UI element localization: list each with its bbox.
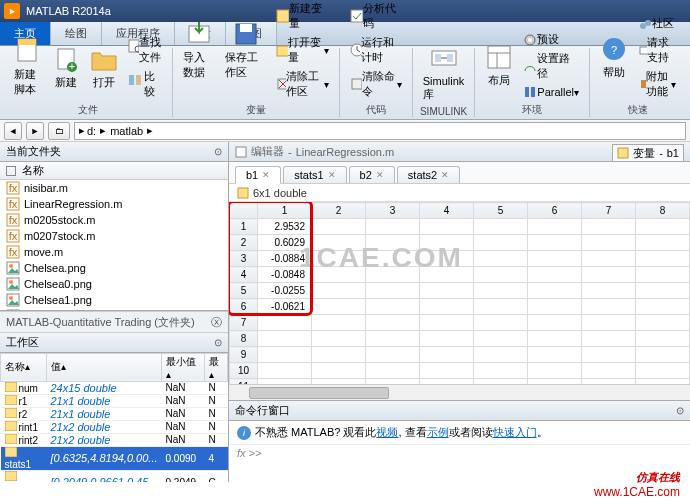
workspace-col[interactable]: 名称▴ bbox=[1, 353, 47, 381]
grid-row-header[interactable]: 8 bbox=[230, 331, 258, 347]
file-list[interactable]: fxnisibar.mfxLinearRegression.mfxm0205st… bbox=[0, 180, 228, 311]
workspace-col[interactable]: 最小值▴ bbox=[162, 353, 205, 381]
workspace-row[interactable]: stats1[0.6325,4.8194,0.00...0.00904 bbox=[1, 446, 228, 470]
grid-row-header[interactable]: 1 bbox=[230, 219, 258, 235]
workspace-row[interactable]: rint121x2 doubleNaNN bbox=[1, 420, 228, 433]
horizontal-scrollbar[interactable] bbox=[229, 384, 690, 400]
workspace-row[interactable]: r221x1 doubleNaNN bbox=[1, 407, 228, 420]
file-item[interactable]: Chelsea0.png bbox=[0, 276, 228, 292]
clear-workspace-button[interactable]: 清除工作区▾ bbox=[272, 67, 333, 101]
file-item[interactable]: fxm0207stock.m bbox=[0, 228, 228, 244]
path-field[interactable]: ▸ d: ▸ matlab ▸ bbox=[74, 122, 686, 140]
svg-rect-7 bbox=[129, 75, 134, 85]
variable-grid[interactable]: 1CAE.COM 1234567812.953220.60293-0.08844… bbox=[229, 202, 690, 400]
grid-row[interactable]: 7 bbox=[230, 315, 690, 331]
panel-menu-icon[interactable]: ⊙ bbox=[676, 405, 684, 416]
window-title: MATLAB R2014a bbox=[26, 5, 111, 17]
new-script-button[interactable]: 新建脚本 bbox=[10, 35, 46, 99]
svg-point-23 bbox=[528, 38, 532, 42]
workspace-table[interactable]: 名称▴值▴最小值▴最▴num24x15 doubleNaNNr121x1 dou… bbox=[0, 353, 228, 483]
panel-menu-icon[interactable]: ⊙ bbox=[214, 337, 222, 348]
close-icon[interactable]: ✕ bbox=[328, 170, 336, 180]
parallel-button[interactable]: Parallel▾ bbox=[519, 83, 583, 101]
workspace-row[interactable]: num24x15 doubleNaNN bbox=[1, 381, 228, 394]
grid-row[interactable]: 10 bbox=[230, 363, 690, 379]
forward-button[interactable]: ► bbox=[26, 122, 44, 140]
current-folder-header: 当前文件夹⊙ bbox=[0, 142, 228, 162]
grid-row[interactable]: 9 bbox=[230, 347, 690, 363]
variable-tab[interactable]: stats2✕ bbox=[397, 166, 460, 183]
grid-row[interactable]: 5-0.0255 bbox=[230, 283, 690, 299]
import-data-button[interactable]: 导入数据 bbox=[179, 18, 220, 82]
close-icon[interactable]: ✕ bbox=[262, 170, 270, 180]
addons-button[interactable]: 附加功能▾ bbox=[634, 67, 680, 101]
grid-col-header[interactable]: 5 bbox=[474, 203, 528, 219]
grid-row[interactable]: 12.9532 bbox=[230, 219, 690, 235]
variable-panel-header: 变量 - b1 bbox=[612, 144, 684, 162]
grid-row-header[interactable]: 3 bbox=[230, 251, 258, 267]
preferences-button[interactable]: 预设 bbox=[519, 30, 583, 49]
variable-type-label: 6x1 double bbox=[229, 184, 690, 202]
up-button[interactable]: 🗀 bbox=[48, 122, 70, 140]
new-variable-button[interactable]: 新建变量 bbox=[272, 0, 333, 33]
hint-link-getstarted[interactable]: 快速入门 bbox=[493, 426, 537, 438]
command-prompt[interactable]: fx >> bbox=[229, 444, 690, 461]
grid-row-header[interactable]: 5 bbox=[230, 283, 258, 299]
grid-row[interactable]: 3-0.0884 bbox=[230, 251, 690, 267]
grid-row-header[interactable]: 9 bbox=[230, 347, 258, 363]
file-item[interactable]: fxnisibar.m bbox=[0, 180, 228, 196]
variable-tab[interactable]: stats1✕ bbox=[283, 166, 346, 183]
grid-col-header[interactable]: 1 bbox=[258, 203, 312, 219]
grid-row-header[interactable]: 4 bbox=[230, 267, 258, 283]
new-button[interactable]: +新建 bbox=[48, 43, 84, 92]
hint-link-examples[interactable]: 示例 bbox=[427, 426, 449, 438]
svg-rect-12 bbox=[277, 10, 289, 22]
workspace-row[interactable]: r121x1 doubleNaNN bbox=[1, 394, 228, 407]
file-list-header[interactable]: 名称 bbox=[0, 162, 228, 180]
open-button[interactable]: 打开 bbox=[86, 43, 122, 92]
grid-row[interactable]: 4-0.0848 bbox=[230, 267, 690, 283]
grid-col-header[interactable]: 7 bbox=[582, 203, 636, 219]
close-icon[interactable]: ✕ bbox=[441, 170, 449, 180]
grid-row-header[interactable]: 10 bbox=[230, 363, 258, 379]
workspace-row[interactable]: rint221x2 doubleNaNN bbox=[1, 433, 228, 446]
workspace-col[interactable]: 值▴ bbox=[46, 353, 161, 381]
open-variable-button[interactable]: 打开变量▾ bbox=[272, 33, 333, 67]
find-files-button[interactable]: 查找文件 bbox=[124, 33, 166, 67]
save-workspace-button[interactable]: 保存工作区 bbox=[221, 18, 270, 82]
layout-button[interactable]: 布局 bbox=[481, 41, 517, 90]
compare-button[interactable]: 比较 bbox=[124, 67, 166, 101]
close-icon[interactable]: ✕ bbox=[376, 170, 384, 180]
back-button[interactable]: ◄ bbox=[4, 122, 22, 140]
grid-col-header[interactable]: 3 bbox=[366, 203, 420, 219]
grid-col-header[interactable]: 4 bbox=[420, 203, 474, 219]
hint-link-video[interactable]: 视频 bbox=[376, 426, 398, 438]
file-item[interactable]: fxmove.m bbox=[0, 244, 228, 260]
file-item[interactable]: fxm0205stock.m bbox=[0, 212, 228, 228]
help-button[interactable]: ?帮助 bbox=[596, 33, 632, 82]
run-time-button[interactable]: 运行和计时 bbox=[346, 33, 405, 67]
set-path-button[interactable]: 设置路径 bbox=[519, 49, 583, 83]
grid-col-header[interactable]: 6 bbox=[528, 203, 582, 219]
file-item[interactable]: Chelsea.png bbox=[0, 260, 228, 276]
grid-row-header[interactable]: 7 bbox=[230, 315, 258, 331]
file-item[interactable]: fxLinearRegression.m bbox=[0, 196, 228, 212]
variable-tab[interactable]: b1✕ bbox=[235, 166, 281, 184]
community-button[interactable]: 社区 bbox=[634, 14, 680, 33]
grid-row[interactable]: 6-0.0621 bbox=[230, 299, 690, 315]
grid-row-header[interactable]: 2 bbox=[230, 235, 258, 251]
variable-tab[interactable]: b2✕ bbox=[349, 166, 395, 183]
file-item[interactable]: Chelsea1.png bbox=[0, 292, 228, 308]
workspace-col[interactable]: 最▴ bbox=[204, 353, 227, 381]
grid-row[interactable]: 20.6029 bbox=[230, 235, 690, 251]
grid-col-header[interactable]: 2 bbox=[312, 203, 366, 219]
panel-menu-icon[interactable]: ⊙ bbox=[214, 146, 222, 157]
simulink-button[interactable]: Simulink库 bbox=[419, 43, 469, 104]
grid-row[interactable]: 8 bbox=[230, 331, 690, 347]
workspace-row[interactable]: stats2[0.2049,0.9661,0.45...0.2049C bbox=[1, 470, 228, 482]
grid-row-header[interactable]: 6 bbox=[230, 299, 258, 315]
analyze-code-button[interactable]: 分析代码 bbox=[346, 0, 405, 33]
request-support-button[interactable]: 请求支持 bbox=[634, 33, 680, 67]
grid-col-header[interactable]: 8 bbox=[636, 203, 690, 219]
clear-commands-button[interactable]: 清除命令▾ bbox=[346, 67, 405, 101]
